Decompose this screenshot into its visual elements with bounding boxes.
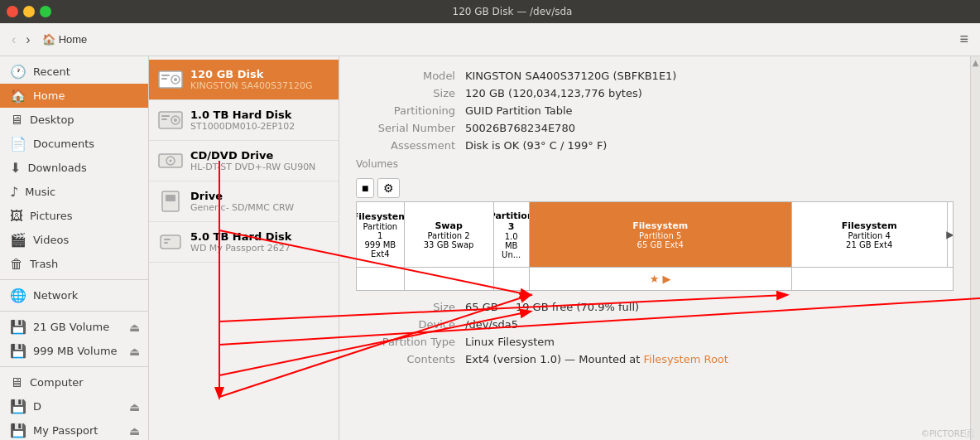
sidebar-item-recent[interactable]: 🕐 Recent	[0, 60, 148, 84]
disk-icon-sda	[157, 66, 184, 93]
disk-item-generic[interactable]: Drive Generic- SD/MMC CRW	[149, 181, 339, 222]
scrollbar[interactable]: ▲	[970, 56, 980, 440]
sidebar-item-network[interactable]: 🌐 Network	[0, 283, 148, 307]
disk-list: 120 GB Disk KINGSTON SA400S37120G 1.0 TB…	[149, 56, 339, 440]
sidebar-item-computer[interactable]: 🖥 Computer	[0, 370, 148, 394]
sel-contents-label: Contents	[356, 353, 455, 365]
assessment-value: Disk is OK (93° C / 199° F)	[465, 139, 607, 152]
sidebar-item-999mb[interactable]: 💾 999 MB Volume ⏏	[0, 339, 148, 363]
network-icon: 🌐	[10, 288, 26, 303]
music-icon: ♪	[10, 184, 18, 200]
disk-item-sda[interactable]: 120 GB Disk KINGSTON SA400S37120G	[149, 60, 339, 100]
assessment-label: Assessment	[356, 139, 455, 152]
volumes-label: Volumes	[356, 158, 954, 170]
partition-5[interactable]: Filesystem Partition 4 21 GB Ext4	[792, 202, 947, 267]
stop-button[interactable]: ■	[356, 178, 374, 198]
sidebar-item-21gb[interactable]: 💾 21 GB Volume ⏏	[0, 315, 148, 339]
partition-2[interactable]: Swap Partition 2 33 GB Swap	[405, 202, 494, 267]
content-area: 120 GB Disk KINGSTON SA400S37120G 1.0 TB…	[149, 56, 980, 440]
p4-line2: Partition 5	[639, 231, 681, 240]
home-label: Home	[59, 33, 88, 46]
disk-icon-generic	[157, 188, 184, 215]
desktop-icon: 🖥	[10, 112, 23, 128]
watermark: ©PICTORE🇧	[921, 429, 973, 438]
sidebar-label-mypassport: My Passport	[33, 424, 121, 437]
titlebar: 120 GB Disk — /dev/sda	[0, 0, 980, 23]
sidebar-item-desktop[interactable]: 🖥 Desktop	[0, 108, 148, 132]
menu-button[interactable]: ≡	[954, 27, 973, 51]
disk-info-sda: 120 GB Disk KINGSTON SA400S37120G	[190, 68, 313, 91]
p5-line2: Partition 4	[848, 231, 891, 240]
volume-21gb-icon: 💾	[10, 319, 26, 335]
disk-info-cddvd: CD/DVD Drive HL-DT-ST DVD+-RW GU90N	[190, 149, 315, 172]
sidebar-item-pictures[interactable]: 🖼 Pictures	[0, 204, 148, 228]
disk-info-sdb: 1.0 TB Hard Disk ST1000DM010-2EP102	[190, 109, 295, 132]
computer-icon: 🖥	[10, 375, 23, 390]
serial-label: Serial Number	[356, 122, 455, 134]
disk-name-generic: Drive	[190, 190, 294, 202]
detail-size: Size 120 GB (120,034,123,776 bytes)	[356, 87, 954, 99]
model-label: Model	[356, 70, 455, 82]
videos-icon: 🎬	[10, 232, 26, 248]
sidebar-item-d[interactable]: 💾 D ⏏	[0, 394, 148, 418]
disk-item-passport[interactable]: 5.0 TB Hard Disk WD My Passport 2627	[149, 222, 339, 263]
sidebar-item-downloads[interactable]: ⬇ Downloads	[0, 156, 148, 180]
sel-device-value: /dev/sda5	[465, 318, 518, 331]
disk-sub-cddvd: HL-DT-ST DVD+-RW GU90N	[190, 162, 315, 172]
svg-rect-15	[161, 235, 180, 249]
sidebar-item-mypassport[interactable]: 💾 My Passport ⏏	[0, 418, 148, 440]
svg-rect-3	[161, 75, 170, 76]
p5-line3: 21 GB Ext4	[846, 240, 892, 249]
sidebar-item-music[interactable]: ♪ Music	[0, 180, 148, 204]
sel-size-value: 65 GB — 19 GB free (70.9% full)	[465, 301, 639, 313]
close-button[interactable]	[7, 6, 18, 17]
svg-rect-8	[161, 115, 170, 117]
size-value: 120 GB (120,034,123,776 bytes)	[465, 87, 642, 99]
sidebar-label-downloads: Downloads	[27, 162, 142, 174]
sidebar-divider-3	[0, 366, 148, 367]
partition-4[interactable]: Filesystem Partition 5 65 GB Ext4	[530, 202, 792, 267]
partition-3[interactable]: Partition 3 1.0 MB Un...	[494, 202, 530, 267]
sidebar-item-videos[interactable]: 🎬 Videos	[0, 228, 148, 252]
partition-1[interactable]: Filesystem Partition 1 999 MB Ext4	[357, 202, 405, 267]
filesystem-root-link[interactable]: Filesystem Root	[644, 353, 728, 365]
sel-size-label: Size	[356, 301, 455, 313]
p2-name: Swap	[435, 220, 462, 231]
minimize-button[interactable]	[23, 6, 35, 17]
eject-21gb-button[interactable]: ⏏	[127, 321, 142, 334]
disk-sub-passport: WD My Passport 2627	[190, 243, 291, 254]
eject-d-button[interactable]: ⏏	[127, 400, 142, 413]
eject-999mb-button[interactable]: ⏏	[127, 345, 142, 358]
settings-button[interactable]: ⚙	[377, 178, 400, 198]
disk-item-sdb[interactable]: 1.0 TB Hard Disk ST1000DM010-2EP102	[149, 100, 339, 141]
sidebar-label-21gb: 21 GB Volume	[33, 321, 121, 333]
scroll-right[interactable]: ▶	[947, 202, 953, 267]
home-button[interactable]: 🏠 Home	[36, 30, 94, 49]
partition-toolbar: ■ ⚙	[356, 175, 954, 201]
maximize-button[interactable]	[40, 6, 51, 17]
p1-line3: 999 MB Ext4	[360, 240, 401, 259]
sidebar-label-videos: Videos	[33, 234, 142, 246]
back-button[interactable]: ‹	[7, 29, 21, 51]
volume-999mb-icon: 💾	[10, 343, 26, 359]
svg-rect-9	[161, 118, 167, 120]
sidebar-item-trash[interactable]: 🗑 Trash	[0, 252, 148, 276]
sidebar-label-desktop: Desktop	[30, 114, 142, 126]
toolbar: ‹ › 🏠 Home ≡	[0, 23, 980, 56]
sidebar-label-d: D	[33, 400, 121, 413]
eject-mypassport-button[interactable]: ⏏	[127, 424, 142, 438]
star-p4: ★ ▶	[530, 268, 792, 290]
forward-button[interactable]: ›	[21, 29, 35, 51]
pictures-icon: 🖼	[10, 208, 23, 224]
detail-serial: Serial Number 50026B768234E780	[356, 122, 954, 134]
svg-point-7	[174, 118, 177, 122]
sidebar-item-home[interactable]: 🏠 Home	[0, 84, 148, 108]
p1-line2: Partition 1	[360, 222, 401, 240]
sidebar-label-recent: Recent	[33, 65, 142, 78]
partitioning-value: GUID Partition Table	[465, 104, 573, 117]
disk-item-cddvd[interactable]: CD/DVD Drive HL-DT-ST DVD+-RW GU90N	[149, 141, 339, 181]
sel-device-row: Device /dev/sda5	[356, 318, 954, 331]
sidebar-item-documents[interactable]: 📄 Documents	[0, 132, 148, 156]
sel-type-row: Partition Type Linux Filesystem	[356, 336, 954, 348]
svg-rect-4	[161, 78, 167, 80]
